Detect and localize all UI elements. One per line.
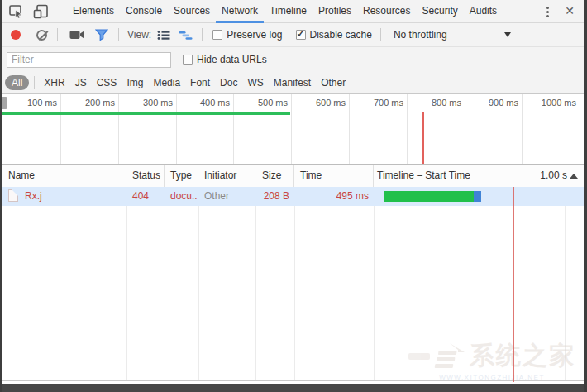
- overview-tick-label: 300 ms: [135, 98, 173, 108]
- column-header-time[interactable]: Time: [294, 165, 374, 187]
- filter-type-img[interactable]: Img: [122, 75, 148, 90]
- toolbar-separator: [380, 28, 381, 41]
- funnel-icon: [95, 29, 108, 41]
- request-name: Rx.j: [25, 187, 42, 206]
- devtools-menu-button[interactable]: [541, 4, 554, 19]
- overview-tick-label: 1000 ms: [538, 98, 576, 108]
- cell-status: 404: [126, 187, 165, 206]
- overview-tick-label: 600 ms: [308, 98, 346, 108]
- tab-console[interactable]: Console: [120, 0, 168, 23]
- load-event-marker: [422, 112, 424, 164]
- network-toolbar: View: Preserve log Disable: [2, 23, 584, 47]
- chevron-down-icon: [504, 32, 511, 37]
- waterfall-bar-tip: [474, 191, 481, 202]
- hide-data-urls-checkbox[interactable]: [183, 55, 193, 65]
- column-header-size[interactable]: Size: [255, 165, 294, 187]
- devtools-tabbar: Elements Console Sources Network Timelin…: [2, 0, 584, 23]
- filter-type-xhr[interactable]: XHR: [39, 75, 69, 90]
- overview-gridline: [291, 94, 292, 164]
- overview-tick-label: 700 ms: [365, 98, 403, 108]
- requests-table-header: Name Status Type Initiator Size Time Tim…: [2, 165, 584, 187]
- tab-profiles[interactable]: Profiles: [313, 0, 357, 23]
- overview-gridline: [118, 94, 119, 164]
- request-row[interactable]: Rx.j 404 docu... Other 208 B 495 ms: [2, 187, 584, 206]
- tab-audits[interactable]: Audits: [464, 0, 503, 23]
- use-large-rows-button[interactable]: [155, 26, 173, 43]
- column-header-timeline[interactable]: Timeline – Start Time 1.00 s: [374, 165, 584, 187]
- watermark-logo-icon: [433, 342, 466, 370]
- record-network-log-button[interactable]: [11, 30, 21, 40]
- document-file-icon: [8, 189, 18, 202]
- close-devtools-button[interactable]: ✕: [562, 3, 577, 18]
- overview-request-bar: [2, 112, 290, 115]
- filter-type-doc[interactable]: Doc: [215, 75, 242, 90]
- filter-button[interactable]: [93, 26, 111, 43]
- column-divider: [255, 206, 256, 380]
- toggle-device-toolbar-button[interactable]: [31, 3, 50, 20]
- preserve-log-checkbox[interactable]: [212, 30, 222, 40]
- throttling-select[interactable]: No throttling: [394, 29, 511, 41]
- overview-gridline: [465, 94, 465, 164]
- watermark-subtitle: WWW.XITONGZHIJIA.NET: [439, 374, 545, 381]
- panel-tabs: Elements Console Sources Network Timelin…: [67, 0, 503, 23]
- cell-initiator: Other: [198, 187, 255, 206]
- timeline-scale-label: 1.00 s: [540, 165, 567, 187]
- column-header-initiator[interactable]: Initiator: [198, 165, 255, 187]
- overview-tick-label: 400 ms: [192, 98, 230, 108]
- watermark: 系统之家 WWW.XITONGZHIJIA.NET: [408, 339, 575, 381]
- inspect-element-button[interactable]: [7, 3, 26, 20]
- column-header-name[interactable]: Name: [2, 165, 126, 187]
- tab-resources[interactable]: Resources: [357, 0, 416, 23]
- overview-gridline: [176, 94, 177, 164]
- filter-input[interactable]: [7, 52, 171, 68]
- filter-type-media[interactable]: Media: [148, 75, 185, 90]
- show-waterfall-button[interactable]: [176, 26, 194, 43]
- filter-type-font[interactable]: Font: [185, 75, 215, 90]
- waterfall-bar[interactable]: [384, 191, 481, 202]
- inspect-cursor-icon: [9, 4, 24, 18]
- column-header-type[interactable]: Type: [165, 165, 198, 187]
- toolbar-separator: [202, 28, 203, 41]
- device-toolbar-icon: [33, 4, 49, 19]
- window-edge: [584, 0, 587, 392]
- tab-sources[interactable]: Sources: [168, 0, 216, 23]
- overview-gridline: [233, 94, 234, 164]
- view-label: View:: [127, 29, 151, 41]
- column-divider: [374, 206, 375, 380]
- network-overview[interactable]: 100 ms 200 ms 300 ms 400 ms 500 ms 600 m…: [2, 94, 584, 165]
- capture-screenshots-button[interactable]: [68, 26, 86, 43]
- filter-type-ws[interactable]: WS: [242, 75, 268, 90]
- tab-timeline[interactable]: Timeline: [264, 0, 313, 23]
- filter-type-css[interactable]: CSS: [92, 75, 122, 90]
- hide-data-urls-label[interactable]: Hide data URLs: [197, 54, 267, 65]
- tab-network[interactable]: Network: [216, 0, 264, 23]
- tab-elements[interactable]: Elements: [67, 0, 120, 23]
- watermark-title: 系统之家: [470, 339, 575, 373]
- overview-gridline: [60, 94, 61, 164]
- tab-security[interactable]: Security: [416, 0, 463, 23]
- overview-resize-grip[interactable]: [2, 97, 7, 109]
- cell-time: 495 ms: [294, 187, 369, 206]
- clear-requests-button[interactable]: [36, 30, 47, 41]
- filter-type-manifest[interactable]: Manifest: [269, 75, 316, 90]
- column-divider: [198, 206, 199, 380]
- filter-type-other[interactable]: Other: [316, 75, 351, 90]
- overview-gridline: [349, 94, 350, 164]
- column-divider: [294, 206, 295, 380]
- preserve-log-label[interactable]: Preserve log: [227, 29, 282, 41]
- cell-name: Rx.j: [2, 187, 126, 206]
- filter-type-js[interactable]: JS: [70, 75, 92, 90]
- filter-type-all[interactable]: All: [5, 75, 29, 90]
- disable-cache-checkbox[interactable]: [296, 30, 306, 40]
- toolbar-separator: [118, 28, 119, 41]
- toolbar-separator: [55, 5, 55, 18]
- column-header-status[interactable]: Status: [126, 165, 165, 187]
- resource-type-filterbar: All XHR JS CSS Img Media Font Doc WS Man…: [2, 72, 584, 94]
- column-divider: [126, 206, 127, 380]
- disable-cache-label[interactable]: Disable cache: [310, 29, 372, 41]
- waterfall-icon: [179, 30, 193, 41]
- camera-icon: [69, 30, 84, 40]
- toolbar-separator: [34, 76, 35, 89]
- overview-gridline: [580, 94, 580, 164]
- column-divider: [165, 206, 165, 380]
